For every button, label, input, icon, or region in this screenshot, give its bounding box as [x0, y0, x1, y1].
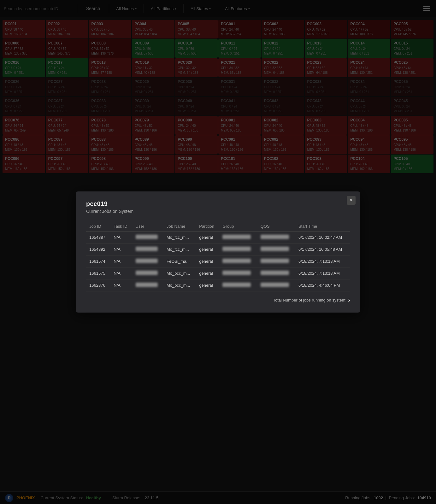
blurred-qos [261, 283, 289, 287]
table-header-cell: User [133, 221, 163, 231]
blurred-group [222, 283, 251, 287]
qos-cell [257, 243, 295, 255]
job-id-cell: 1661575 [86, 267, 110, 279]
blurred-username [136, 283, 158, 287]
table-header-cell: Partition [196, 221, 219, 231]
blurred-username [136, 259, 158, 263]
job-name-cell: Mo_bcc_m... [163, 267, 196, 279]
job-id-cell: 1654892 [86, 243, 110, 255]
blurred-group [222, 235, 251, 239]
table-row: 1661574N/AFeOSi_ma...general6/18/2024, 7… [86, 255, 350, 267]
table-header-cell: Group [219, 221, 257, 231]
user-cell [133, 279, 163, 291]
start-time-cell: 6/18/2024, 7:13:18 AM [295, 255, 350, 267]
blurred-username [136, 235, 158, 239]
table-row: 1654892N/AMo_fcc_m...general6/17/2024, 1… [86, 243, 350, 255]
group-cell [219, 231, 257, 243]
total-count: 5 [348, 298, 350, 302]
start-time-cell: 6/18/2024, 4:46:04 PM [295, 279, 350, 291]
table-row: 1661575N/AMo_bcc_m...general6/18/2024, 7… [86, 267, 350, 279]
group-cell [219, 255, 257, 267]
table-header-cell: Task ID [110, 221, 132, 231]
modal-subtitle: Current Jobs on System [86, 209, 350, 214]
partition-cell: general [196, 255, 219, 267]
blurred-qos [261, 259, 289, 263]
table-row: 1654887N/AMo_fcc_m...general6/17/2024, 1… [86, 231, 350, 243]
task-id-cell: N/A [110, 255, 132, 267]
task-id-cell: N/A [110, 243, 132, 255]
job-id-cell: 1661574 [86, 255, 110, 267]
blurred-group [222, 271, 251, 275]
partition-cell: general [196, 243, 219, 255]
blurred-group [222, 247, 251, 251]
blurred-username [136, 271, 158, 275]
user-cell [133, 243, 163, 255]
partition-cell: general [196, 279, 219, 291]
job-name-cell: Mo_fcc_m... [163, 243, 196, 255]
modal-close-button[interactable]: × [347, 196, 356, 205]
qos-cell [257, 267, 295, 279]
job-id-cell: 1654887 [86, 231, 110, 243]
job-id-cell: 1662876 [86, 279, 110, 291]
user-cell [133, 267, 163, 279]
qos-cell [257, 255, 295, 267]
blurred-qos [261, 271, 289, 275]
table-row: 1662876N/AMo_bcc_m...general6/18/2024, 4… [86, 279, 350, 291]
blurred-qos [261, 235, 289, 239]
group-cell [219, 243, 257, 255]
table-header-cell: QOS [257, 221, 295, 231]
start-time-cell: 6/18/2024, 7:13:18 AM [295, 267, 350, 279]
job-modal: × pcc019 Current Jobs on System Job IDTa… [76, 191, 360, 313]
group-cell [219, 279, 257, 291]
job-name-cell: Mo_fcc_m... [163, 231, 196, 243]
start-time-cell: 6/17/2024, 10:05:48 AM [295, 243, 350, 255]
table-header-cell: Job ID [86, 221, 110, 231]
user-cell [133, 231, 163, 243]
blurred-group [222, 259, 251, 263]
table-header-cell: Job Name [163, 221, 196, 231]
job-name-cell: Mo_bcc_m... [163, 279, 196, 291]
start-time-cell: 6/17/2024, 10:02:47 AM [295, 231, 350, 243]
partition-cell: general [196, 231, 219, 243]
group-cell [219, 267, 257, 279]
table-header-cell: Start Time [295, 221, 350, 231]
blurred-qos [261, 247, 289, 251]
qos-cell [257, 279, 295, 291]
jobs-table: Job IDTask IDUserJob NamePartitionGroupQ… [86, 221, 350, 291]
qos-cell [257, 231, 295, 243]
task-id-cell: N/A [110, 231, 132, 243]
partition-cell: general [196, 267, 219, 279]
modal-overlay[interactable]: × pcc019 Current Jobs on System Job IDTa… [0, 0, 436, 504]
modal-node-name: pcc019 [86, 200, 350, 208]
task-id-cell: N/A [110, 279, 132, 291]
job-name-cell: FeOSi_ma... [163, 255, 196, 267]
blurred-username [136, 247, 158, 251]
task-id-cell: N/A [110, 267, 132, 279]
user-cell [133, 255, 163, 267]
total-jobs-count: Total Number of jobs running on system: … [86, 298, 350, 302]
